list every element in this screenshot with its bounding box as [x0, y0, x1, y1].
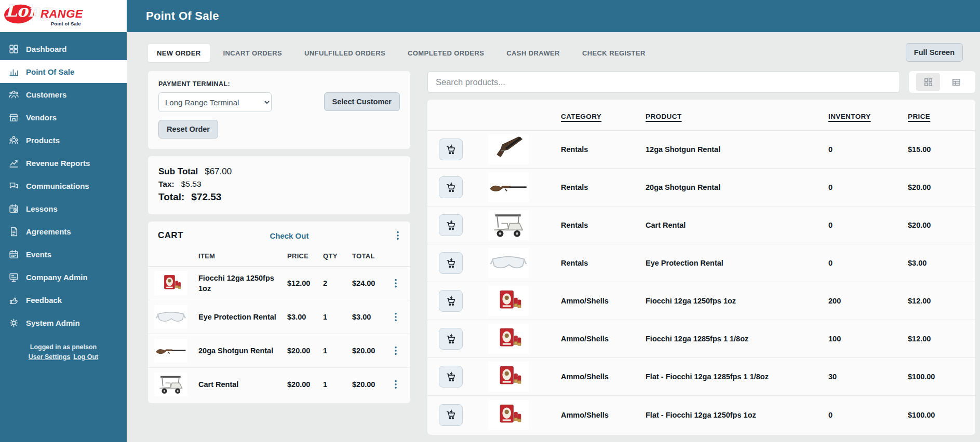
cart-item-name: Cart Rental [198, 379, 287, 390]
cart-row: Fiocchi 12ga 1250fps 1oz $12.00 2 $24.00 [148, 267, 410, 300]
cart-card: CART Check Out ITEM PRICE QTY TOTAL [148, 222, 410, 403]
col-price[interactable]: PRICE [908, 113, 975, 120]
sidebar-item[interactable]: Products [0, 129, 127, 151]
logged-in-text: Logged in as pnelson [0, 343, 127, 351]
logo-subtitle: Point of Sale [51, 21, 81, 26]
tax-label: Tax: [158, 179, 174, 188]
cart-item-name: Eye Protection Rental [198, 312, 287, 322]
sidebar-item[interactable]: Feedback [0, 288, 127, 311]
reset-order-button[interactable]: Reset Order [158, 120, 218, 139]
tab[interactable]: COMPLETED ORDERS [399, 44, 493, 62]
customers [8, 89, 19, 100]
cart-item-name: 20ga Shotgun Rental [198, 346, 287, 356]
product-inventory: 0 [828, 145, 908, 154]
sidebar-item[interactable]: Point Of Sale [0, 60, 127, 83]
check-out-link[interactable]: Check Out [183, 231, 395, 240]
products-column: CATEGORY PRODUCT INVENTORY PRICE Rentals [427, 71, 975, 435]
product-price: $12.00 [908, 297, 975, 305]
cart-add-icon [446, 334, 457, 344]
sidebar-item[interactable]: Revenue Reports [0, 151, 127, 174]
product-image [488, 324, 529, 354]
tab[interactable]: CHECK REGISTER [573, 44, 654, 62]
cart-item-image [154, 305, 187, 329]
product-category: Rentals [561, 183, 646, 191]
company [8, 272, 19, 283]
tab[interactable]: CASH DRAWER [498, 44, 569, 62]
grid-view-icon[interactable] [916, 73, 940, 91]
sidebar-footer: Logged in as pnelson User SettingsLog Ou… [0, 343, 127, 361]
select-customer-button[interactable]: Select Customer [324, 92, 400, 111]
full-screen-button[interactable]: Full Screen [906, 43, 963, 62]
product-price: $100.00 [908, 411, 975, 419]
cart-item-image [154, 271, 187, 295]
cart-row: 20ga Shotgun Rental $20.00 1 $20.00 [148, 334, 410, 368]
cart-add-icon [446, 409, 457, 420]
sidebar-item[interactable]: Customers [0, 83, 127, 106]
tab[interactable]: UNFULFILLED ORDERS [296, 44, 394, 62]
cart-item-menu-kebab-icon[interactable] [393, 346, 398, 356]
table-view-icon[interactable] [944, 73, 968, 91]
add-to-cart-button[interactable] [439, 176, 463, 198]
sidebar-item[interactable]: Events [0, 243, 127, 266]
add-to-cart-button[interactable] [439, 139, 463, 160]
user-settings-link[interactable]: User Settings [29, 353, 71, 361]
cart-item-qty: 1 [323, 347, 352, 355]
product-inventory: 0 [828, 221, 908, 229]
add-to-cart-button[interactable] [439, 328, 463, 350]
cart-item-menu-kebab-icon[interactable] [393, 379, 398, 390]
sidebar-item-label: Revenue Reports [26, 159, 90, 168]
cart-item-price: $3.00 [287, 313, 323, 321]
sidebar-item-label: Dashboard [26, 45, 66, 53]
add-to-cart-button[interactable] [439, 290, 463, 312]
log-out-link[interactable]: Log Out [73, 353, 98, 361]
sidebar-item[interactable]: Lessons [0, 197, 127, 220]
product-price: $15.00 [908, 145, 975, 154]
tab-label: COMPLETED ORDERS [408, 49, 484, 57]
sidebar-item[interactable]: Agreements [0, 220, 127, 243]
page-title: Point Of Sale [146, 9, 219, 23]
cart-add-icon [446, 296, 457, 307]
col-inventory[interactable]: INVENTORY [828, 113, 908, 120]
add-to-cart-button[interactable] [439, 366, 463, 388]
cart-add-icon [446, 371, 457, 382]
app-logo: Long RANGE Point of Sale [0, 0, 127, 32]
tab[interactable]: INCART ORDERS [214, 44, 291, 62]
col-product[interactable]: PRODUCT [646, 113, 828, 120]
sidebar-item[interactable]: System Admin [0, 311, 127, 334]
product-image [488, 210, 529, 240]
cart-item-price: $20.00 [287, 380, 323, 389]
cart-add-icon [446, 182, 457, 193]
sidebar-item[interactable]: Communications [0, 174, 127, 197]
product-price: $100.00 [908, 372, 975, 381]
product-name: Cart Rental [646, 221, 828, 229]
product-name: Fiocchi 12ga 1250fps 1oz [646, 297, 828, 305]
cart-item-qty: 1 [323, 380, 352, 389]
product-image [488, 248, 529, 278]
tab[interactable]: NEW ORDER [148, 44, 210, 62]
cart-item-price: $20.00 [287, 347, 323, 355]
cart-item-menu-kebab-icon[interactable] [393, 312, 398, 322]
dashboard [8, 44, 19, 54]
sidebar-item[interactable]: Dashboard [0, 37, 127, 60]
order-totals-card: Sub Total$67.00 Tax:$5.53 Total:$72.53 [148, 156, 410, 214]
product-inventory: 0 [828, 183, 908, 191]
cart-col-qty: QTY [323, 252, 352, 260]
main-area: Point Of Sale NEW ORDER INCART ORDERS UN… [127, 0, 980, 442]
add-to-cart-button[interactable] [439, 214, 463, 236]
tax-value: $5.53 [181, 179, 202, 188]
sidebar-item[interactable]: Vendors [0, 106, 127, 129]
add-to-cart-button[interactable] [439, 404, 463, 426]
cart-item-menu-kebab-icon[interactable] [393, 278, 398, 288]
search-input[interactable] [427, 71, 900, 93]
cart-items: Fiocchi 12ga 1250fps 1oz $12.00 2 $24.00… [148, 267, 410, 401]
cart-col-total: TOTAL [352, 252, 393, 260]
cart-menu-kebab-icon[interactable] [395, 230, 400, 241]
sidebar-item[interactable]: Company Admin [0, 266, 127, 288]
product-row: Ammo/Shells Fiocchi 12ga 1285fps 1 1/8oz… [427, 320, 975, 358]
add-to-cart-button[interactable] [439, 252, 463, 274]
communications [8, 181, 19, 191]
col-category[interactable]: CATEGORY [561, 113, 646, 120]
payment-terminal-select[interactable]: Long Range Terminal [158, 92, 272, 112]
tax-line: Tax:$5.53 [158, 179, 400, 189]
product-image [488, 286, 529, 316]
